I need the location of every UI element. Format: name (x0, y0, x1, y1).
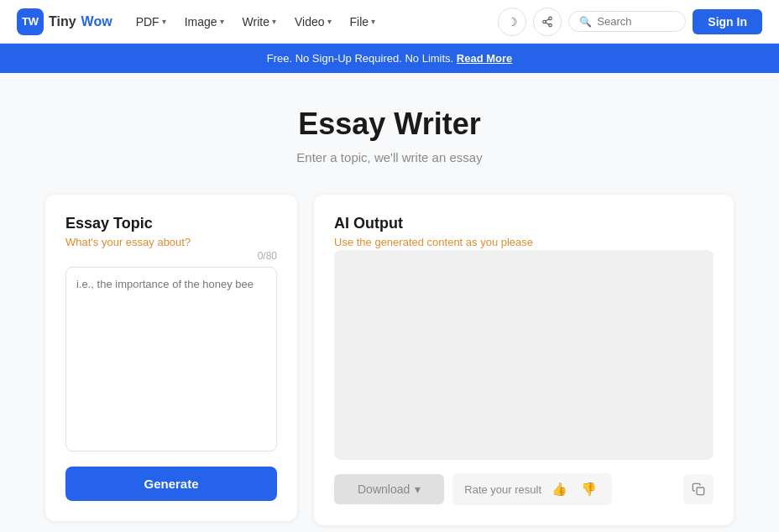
signin-button[interactable]: Sign In (693, 9, 762, 34)
chevron-down-icon: ▾ (327, 17, 332, 26)
essay-topic-textarea[interactable] (65, 267, 277, 451)
ai-output-title: AI Output (334, 215, 714, 232)
output-actions: Download ▾ Rate your result 👍 👎 (334, 473, 714, 505)
nav-item-image[interactable]: Image ▾ (176, 10, 233, 34)
ai-output-card: AI Output Use the generated content as y… (314, 195, 734, 525)
search-input[interactable] (597, 15, 675, 28)
essay-topic-card: Essay Topic What's your essay about? 0/8… (45, 195, 297, 521)
nav-menu: PDF ▾ Image ▾ Write ▾ Video ▾ File ▾ (128, 10, 492, 34)
page-title: Essay Writer (45, 107, 734, 142)
chevron-down-icon: ▾ (371, 17, 375, 26)
logo-icon: TW (17, 8, 44, 35)
rate-label: Rate your result (464, 483, 541, 496)
logo[interactable]: TW TinyWow (17, 8, 112, 35)
rate-section: Rate your result 👍 👎 (452, 473, 612, 505)
chevron-down-icon: ▾ (415, 482, 421, 496)
ai-output-area (334, 250, 714, 460)
cards-row: Essay Topic What's your essay about? 0/8… (45, 195, 734, 525)
char-count-display: 0/80 (65, 250, 277, 262)
banner-read-more-link[interactable]: Read More (457, 52, 512, 65)
chevron-down-icon: ▾ (162, 17, 166, 26)
logo-text-tiny: Tiny (49, 14, 76, 29)
generate-button[interactable]: Generate (65, 467, 277, 501)
svg-rect-5 (697, 488, 704, 495)
search-box: 🔍 (568, 11, 686, 32)
svg-line-4 (546, 18, 549, 20)
chevron-down-icon: ▾ (220, 17, 224, 26)
logo-text-wow: Wow (81, 14, 112, 29)
nav-item-video[interactable]: Video ▾ (286, 10, 340, 34)
main-content: Essay Writer Enter a topic, we'll write … (29, 73, 750, 532)
thumbs-down-button[interactable]: 👎 (578, 480, 600, 498)
navbar: TW TinyWow PDF ▾ Image ▾ Write ▾ Video ▾… (0, 0, 779, 44)
share-button[interactable] (533, 8, 562, 36)
promo-banner: Free. No Sign-Up Required. No Limits. Re… (0, 44, 779, 73)
nav-item-write[interactable]: Write ▾ (234, 10, 285, 34)
banner-text: Free. No Sign-Up Required. No Limits. (267, 52, 454, 65)
essay-topic-title: Essay Topic (65, 215, 277, 232)
chevron-down-icon: ▾ (272, 17, 276, 26)
copy-button[interactable] (683, 474, 714, 504)
page-subtitle: Enter a topic, we'll write an essay (45, 150, 734, 164)
thumbs-up-button[interactable]: 👍 (548, 480, 571, 498)
ai-output-subtitle: Use the generated content as you please (334, 236, 714, 248)
essay-topic-subtitle: What's your essay about? (65, 236, 277, 248)
svg-line-3 (546, 22, 549, 23)
nav-right: ☽ 🔍 Sign In (498, 8, 762, 36)
nav-item-pdf[interactable]: PDF ▾ (128, 10, 175, 34)
download-button[interactable]: Download ▾ (334, 474, 444, 504)
nav-item-file[interactable]: File ▾ (342, 10, 384, 34)
dark-mode-toggle[interactable]: ☽ (498, 8, 526, 36)
search-icon: 🔍 (579, 16, 592, 28)
